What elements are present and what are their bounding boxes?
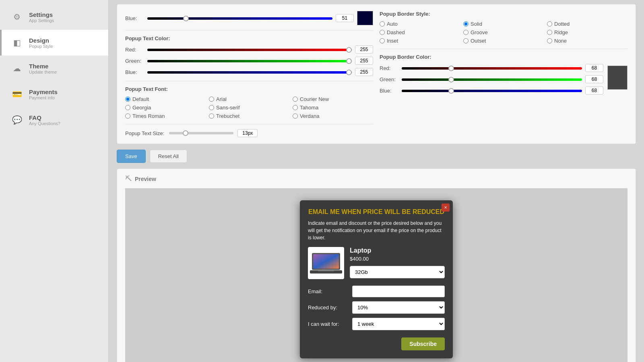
- reset-button[interactable]: Reset All: [150, 150, 187, 163]
- sidebar-item-payments[interactable]: 💳 Payments Payment info: [0, 81, 108, 107]
- sidebar-settings-title: Settings: [29, 11, 54, 18]
- sidebar-item-faq[interactable]: 💬 FAQ Any Questions?: [0, 107, 108, 133]
- border-style-grid: Auto Solid Dotted Dashed: [380, 21, 627, 44]
- top-blue-preview: [357, 11, 373, 25]
- svg-rect-4: [318, 270, 334, 272]
- text-green-label: Green:: [125, 58, 147, 64]
- border-red-label: Red:: [380, 65, 402, 71]
- border-solid[interactable]: Solid: [463, 21, 544, 27]
- top-blue-row: Blue:: [125, 11, 373, 25]
- reduced-select[interactable]: 10% 20% 30%: [352, 301, 445, 314]
- sidebar-faq-title: FAQ: [29, 114, 60, 121]
- theme-icon: ☁: [10, 61, 24, 76]
- preview-icon: ⛏: [125, 175, 132, 183]
- text-red-label: Red:: [125, 47, 147, 53]
- border-none[interactable]: None: [547, 38, 627, 44]
- popup-close-button[interactable]: ×: [442, 204, 450, 212]
- border-green-row: Green:: [380, 75, 603, 83]
- preview-header: ⛏ Preview: [125, 175, 627, 183]
- top-blue-label: Blue:: [125, 15, 147, 21]
- text-green-slider[interactable]: [147, 60, 352, 62]
- popup-form: Email: Reduced by: 10% 20% 30%: [308, 286, 445, 350]
- text-blue-label: Blue:: [125, 69, 147, 75]
- border-blue-row: Blue:: [380, 86, 603, 95]
- top-blue-value[interactable]: [336, 14, 354, 22]
- preview-panel: ⛏ Preview × EMAIL ME WHEN PRICE WILL BE …: [117, 169, 636, 362]
- border-color-preview: [607, 66, 627, 90]
- border-red-slider[interactable]: [402, 67, 582, 70]
- font-georgia[interactable]: Georgia: [125, 105, 206, 111]
- left-col: Blue: Popup Text Color: Red:: [125, 11, 373, 137]
- border-auto[interactable]: Auto: [380, 21, 460, 27]
- top-blue-slider[interactable]: [147, 17, 332, 20]
- wait-select[interactable]: 1 week 2 weeks 1 month: [352, 318, 445, 330]
- payments-icon: 💳: [10, 87, 24, 101]
- font-trebuchet[interactable]: Trebuchet: [209, 113, 289, 119]
- border-blue-slider[interactable]: [402, 90, 582, 92]
- save-button[interactable]: Save: [117, 150, 146, 163]
- text-color-title: Popup Text Color:: [125, 35, 373, 41]
- border-blue-value[interactable]: [585, 86, 603, 95]
- sidebar-design-title: Design: [29, 37, 53, 44]
- action-buttons: Save Reset All: [117, 150, 636, 163]
- border-style-title: Popup Border Style:: [380, 11, 627, 17]
- border-dashed[interactable]: Dashed: [380, 29, 460, 35]
- settings-panel: Blue: Popup Text Color: Red:: [117, 4, 636, 144]
- border-color-title: Popup Border Color:: [380, 54, 627, 60]
- border-inset[interactable]: Inset: [380, 38, 460, 44]
- popup-product-image: [308, 247, 344, 279]
- font-sansserif[interactable]: Sans-serif: [209, 105, 289, 111]
- sidebar-design-subtitle: Popup Style: [29, 44, 53, 49]
- border-ridge[interactable]: Ridge: [547, 29, 627, 35]
- text-green-value[interactable]: [355, 57, 373, 65]
- email-row: Email:: [308, 286, 445, 297]
- font-verdana[interactable]: Verdana: [293, 113, 373, 119]
- settings-icon: ⚙: [10, 10, 24, 24]
- sidebar-item-theme[interactable]: ☁ Theme Update theme: [0, 56, 108, 81]
- border-dotted[interactable]: Dotted: [547, 21, 627, 27]
- sidebar-theme-subtitle: Update theme: [29, 70, 57, 74]
- text-blue-value[interactable]: [355, 68, 373, 76]
- font-tahoma[interactable]: Tahoma: [293, 105, 373, 111]
- sidebar-faq-subtitle: Any Questions?: [29, 121, 60, 126]
- font-courier[interactable]: Courier New: [293, 96, 373, 102]
- border-groove[interactable]: Groove: [463, 29, 544, 35]
- text-size-slider[interactable]: [169, 132, 233, 134]
- subscribe-button[interactable]: Subscribe: [401, 337, 445, 350]
- wait-row: I can wait for: 1 week 2 weeks 1 month: [308, 318, 445, 330]
- border-red-value[interactable]: [585, 64, 603, 72]
- popup-description: Indicate email and discount or the price…: [308, 220, 445, 241]
- font-arial[interactable]: Arial: [209, 96, 289, 102]
- sidebar-payments-title: Payments: [29, 88, 58, 95]
- settings-two-col: Blue: Popup Text Color: Red:: [125, 11, 627, 137]
- border-green-label: Green:: [380, 76, 402, 82]
- preview-popup: × EMAIL ME WHEN PRICE WILL BE REDUCED In…: [300, 200, 453, 358]
- sidebar-item-settings[interactable]: ⚙ Settings App Settings: [0, 4, 108, 30]
- sidebar-item-design[interactable]: ◧ Design Popup Style: [0, 30, 108, 56]
- font-timesroman[interactable]: Times Roman: [125, 113, 206, 119]
- text-red-slider[interactable]: [147, 49, 352, 51]
- border-green-value[interactable]: [585, 75, 603, 83]
- text-blue-slider[interactable]: [147, 71, 352, 74]
- font-title: Popup Text Font:: [125, 86, 373, 92]
- sidebar-theme-title: Theme: [29, 63, 57, 70]
- reduced-label: Reduced by:: [308, 304, 352, 311]
- font-default[interactable]: Default: [125, 96, 206, 102]
- svg-rect-2: [313, 254, 339, 269]
- sidebar: ⚙ Settings App Settings ◧ Design Popup S…: [0, 0, 109, 362]
- design-icon: ◧: [10, 35, 24, 50]
- reduced-row: Reduced by: 10% 20% 30%: [308, 301, 445, 314]
- border-green-slider[interactable]: [402, 78, 582, 81]
- text-size-row: Popup Text Size:: [125, 129, 373, 137]
- popup-variant-select[interactable]: 32Gb: [350, 266, 445, 278]
- text-size-value[interactable]: [237, 129, 258, 137]
- faq-icon: 💬: [10, 113, 24, 127]
- main-content: Blue: Popup Text Color: Red:: [109, 0, 644, 362]
- email-input[interactable]: [352, 286, 445, 297]
- text-red-value[interactable]: [355, 45, 373, 53]
- border-outset[interactable]: Outset: [463, 38, 544, 44]
- sidebar-settings-subtitle: App Settings: [29, 18, 54, 23]
- sidebar-payments-subtitle: Payment info: [29, 95, 58, 100]
- email-label: Email:: [308, 288, 352, 294]
- border-blue-label: Blue:: [380, 88, 402, 94]
